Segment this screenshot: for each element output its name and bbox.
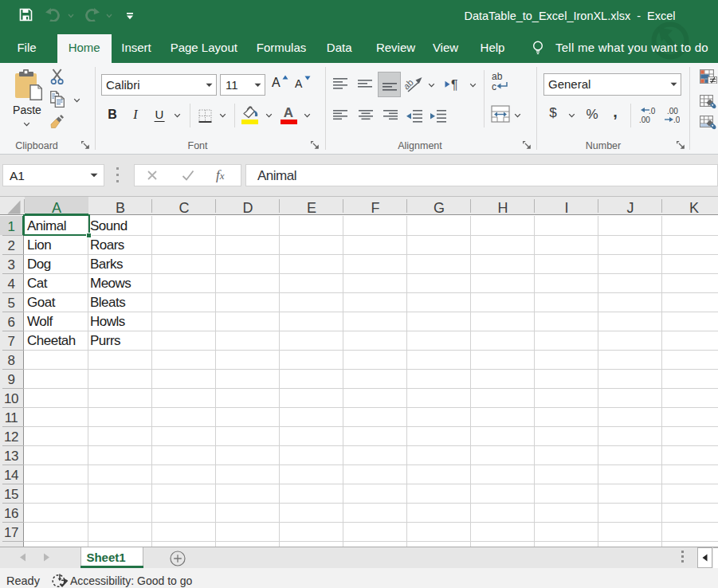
svg-text:.0: .0	[673, 116, 680, 123]
svg-text:¶: ¶	[451, 78, 458, 91]
svg-text:.0: .0	[649, 107, 656, 116]
svg-text:ab: ab	[405, 77, 415, 92]
svg-text:.00: .00	[667, 107, 678, 116]
svg-text:.00: .00	[639, 116, 650, 123]
svg-text:c: c	[492, 81, 496, 92]
